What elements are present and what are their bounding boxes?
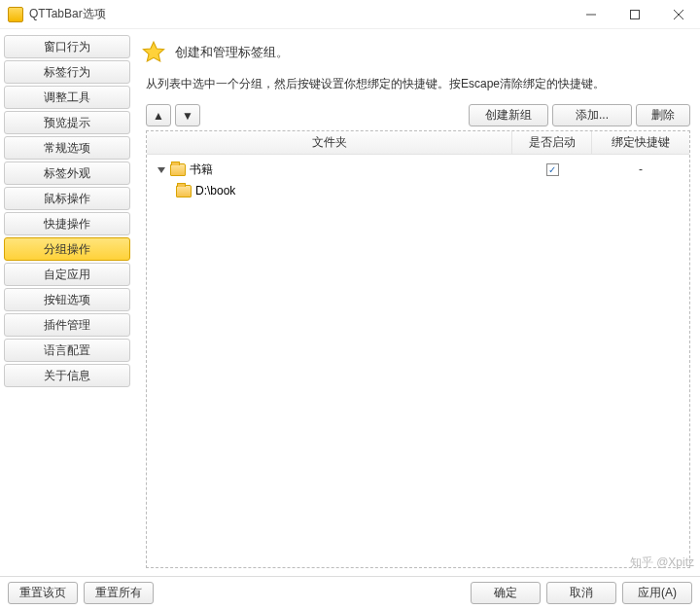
group-label: 书籍 [190, 161, 213, 178]
title-bar: QTTabBar选项 [0, 0, 700, 29]
triangle-up-icon: ▲ [153, 109, 164, 123]
reset-all-button[interactable]: 重置所有 [84, 582, 154, 604]
expander-icon[interactable] [157, 164, 166, 174]
folder-icon [170, 163, 186, 176]
child-label: D:\book [195, 184, 235, 197]
instruction-text: 从列表中选中一个分组，然后按键设置你想绑定的快捷键。按Escape清除绑定的快捷… [146, 76, 690, 92]
move-down-button[interactable]: ▼ [175, 104, 200, 126]
sidebar-item-13[interactable]: 关于信息 [4, 364, 130, 387]
triangle-down-icon: ▼ [182, 109, 193, 123]
sidebar-item-8[interactable]: 分组操作 [4, 237, 130, 261]
move-up-button[interactable]: ▲ [146, 104, 171, 126]
group-tree: 文件夹 是否启动 绑定快捷键 书籍 ✓ - [146, 130, 690, 568]
maximize-button[interactable] [612, 0, 656, 29]
sidebar-item-5[interactable]: 标签外观 [4, 161, 130, 185]
tree-header: 文件夹 是否启动 绑定快捷键 [147, 131, 689, 155]
cancel-button[interactable]: 取消 [546, 582, 616, 604]
main-area: 窗口行为标签行为调整工具预览提示常规选项标签外观鼠标操作快捷操作分组操作自定应用… [0, 29, 700, 576]
reset-page-button[interactable]: 重置该页 [8, 582, 78, 604]
app-icon [8, 7, 23, 22]
sidebar-item-7[interactable]: 快捷操作 [4, 212, 130, 235]
sidebar-item-6[interactable]: 鼠标操作 [4, 187, 130, 210]
star-icon [140, 39, 167, 66]
page-title: 创建和管理标签组。 [175, 44, 289, 61]
group-key: - [592, 162, 689, 176]
window-title: QTTabBar选项 [29, 6, 569, 22]
sidebar-item-0[interactable]: 窗口行为 [4, 35, 130, 58]
add-button[interactable]: 添加... [552, 104, 632, 126]
sidebar-item-11[interactable]: 插件管理 [4, 313, 130, 337]
sidebar-item-2[interactable]: 调整工具 [4, 86, 130, 109]
toolbar: ▲ ▼ 创建新组 添加... 删除 [140, 104, 690, 126]
sidebar-item-1[interactable]: 标签行为 [4, 60, 130, 84]
delete-button[interactable]: 删除 [636, 104, 690, 126]
folder-icon [176, 185, 192, 197]
footer: 重置该页 重置所有 确定 取消 应用(A) [0, 576, 700, 609]
content-panel: 创建和管理标签组。 从列表中选中一个分组，然后按键设置你想绑定的快捷键。按Esc… [134, 29, 700, 576]
sidebar-item-9[interactable]: 自定应用 [4, 263, 130, 286]
sidebar-item-3[interactable]: 预览提示 [4, 111, 130, 134]
tree-group-row[interactable]: 书籍 ✓ - [147, 159, 689, 180]
sidebar: 窗口行为标签行为调整工具预览提示常规选项标签外观鼠标操作快捷操作分组操作自定应用… [0, 29, 134, 576]
page-header: 创建和管理标签组。 [140, 39, 690, 66]
column-folder[interactable]: 文件夹 [147, 131, 512, 154]
sidebar-item-12[interactable]: 语言配置 [4, 339, 130, 362]
column-start[interactable]: 是否启动 [512, 131, 592, 154]
ok-button[interactable]: 确定 [471, 582, 541, 604]
column-key[interactable]: 绑定快捷键 [592, 131, 689, 154]
start-checkbox[interactable]: ✓ [546, 163, 559, 176]
tree-body: 书籍 ✓ - D:\book [147, 155, 689, 567]
sidebar-item-4[interactable]: 常规选项 [4, 136, 130, 160]
svg-rect-0 [630, 10, 639, 18]
close-button[interactable] [656, 0, 700, 29]
apply-button[interactable]: 应用(A) [622, 582, 692, 604]
create-group-button[interactable]: 创建新组 [469, 104, 548, 126]
tree-child-row[interactable]: D:\book [147, 180, 689, 201]
sidebar-item-10[interactable]: 按钮选项 [4, 288, 130, 311]
minimize-button[interactable] [569, 0, 612, 29]
